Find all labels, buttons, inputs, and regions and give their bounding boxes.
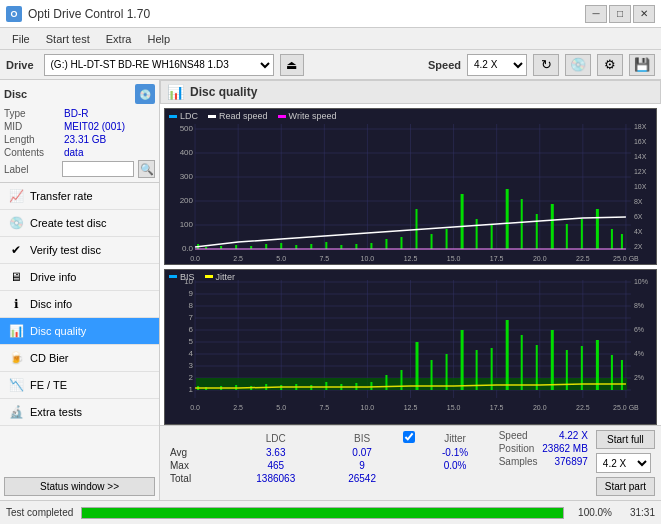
svg-rect-73 xyxy=(621,234,623,249)
svg-rect-136 xyxy=(385,375,387,390)
avg-row-label: Avg xyxy=(166,446,227,459)
svg-text:17.5: 17.5 xyxy=(490,404,504,411)
svg-text:8%: 8% xyxy=(634,302,644,309)
speed-select[interactable]: 4.2 X xyxy=(467,54,527,76)
svg-text:5: 5 xyxy=(189,337,194,346)
svg-text:7: 7 xyxy=(189,313,194,322)
nav-label-disc-quality: Disc quality xyxy=(30,325,86,337)
svg-rect-143 xyxy=(491,348,493,390)
svg-text:15.0: 15.0 xyxy=(447,255,461,262)
ldc-legend-label: LDC xyxy=(180,111,198,121)
svg-text:2.5: 2.5 xyxy=(233,404,243,411)
svg-text:12.5: 12.5 xyxy=(404,255,418,262)
cd-bier-icon: 🍺 xyxy=(8,350,24,366)
svg-text:300: 300 xyxy=(180,172,194,181)
disc-mid-label: MID xyxy=(4,121,62,132)
nav-label-verify-test-disc: Verify test disc xyxy=(30,244,101,256)
col-ldc-header: LDC xyxy=(227,430,325,446)
bis-legend-color xyxy=(169,275,177,278)
progress-percentage: 100.0% xyxy=(572,507,612,518)
menu-extra[interactable]: Extra xyxy=(98,31,140,47)
drive-select[interactable]: (G:) HL-DT-ST BD-RE WH16NS48 1.D3 xyxy=(44,54,274,76)
sidebar-item-disc-quality[interactable]: 📊 Disc quality xyxy=(0,318,159,345)
nav-label-drive-info: Drive info xyxy=(30,271,76,283)
disc-icon-button[interactable]: 💿 xyxy=(565,54,591,76)
write-speed-legend-label: Write speed xyxy=(289,111,337,121)
sidebar-item-cd-bier[interactable]: 🍺 CD Bier xyxy=(0,345,159,372)
svg-text:15.0: 15.0 xyxy=(447,404,461,411)
menu-bar: File Start test Extra Help xyxy=(0,28,661,50)
refresh-button[interactable]: ↻ xyxy=(533,54,559,76)
max-bis: 9 xyxy=(325,459,400,472)
col-jitter-header: Jitter xyxy=(419,430,490,446)
svg-text:10.0: 10.0 xyxy=(361,404,375,411)
sidebar-item-create-test-disc[interactable]: 💿 Create test disc xyxy=(0,210,159,237)
disc-label-search-button[interactable]: 🔍 xyxy=(138,160,155,178)
avg-jitter: -0.1% xyxy=(419,446,490,459)
status-window-button[interactable]: Status window >> xyxy=(4,477,155,496)
start-full-button[interactable]: Start full xyxy=(596,430,655,449)
svg-rect-56 xyxy=(370,243,372,249)
samples-value: 376897 xyxy=(554,456,587,467)
disc-length-value: 23.31 GB xyxy=(64,134,155,145)
svg-rect-144 xyxy=(506,320,509,390)
sidebar-item-disc-info[interactable]: ℹ Disc info xyxy=(0,291,159,318)
svg-rect-66 xyxy=(521,199,523,249)
settings-button[interactable]: ⚙ xyxy=(597,54,623,76)
create-test-disc-icon: 💿 xyxy=(8,215,24,231)
status-bar: Test completed 100.0% 31:31 xyxy=(0,500,661,524)
svg-text:25.0 GB: 25.0 GB xyxy=(613,255,639,262)
disc-type-label: Type xyxy=(4,108,62,119)
minimize-button[interactable]: ─ xyxy=(585,5,607,23)
menu-start-test[interactable]: Start test xyxy=(38,31,98,47)
disc-mid-value: MEIT02 (001) xyxy=(64,121,155,132)
maximize-button[interactable]: □ xyxy=(609,5,631,23)
svg-text:14X: 14X xyxy=(634,153,647,160)
position-label: Position xyxy=(499,443,535,454)
read-speed-legend-color xyxy=(208,115,216,118)
svg-rect-142 xyxy=(476,350,478,390)
svg-text:4X: 4X xyxy=(634,228,643,235)
sidebar-item-drive-info[interactable]: 🖥 Drive info xyxy=(0,264,159,291)
charts-area: LDC Read speed Write speed xyxy=(160,108,661,425)
svg-rect-53 xyxy=(325,242,327,249)
bis-legend-label: BIS xyxy=(180,272,195,282)
eject-button[interactable]: ⏏ xyxy=(280,54,304,76)
chart1-legend: LDC Read speed Write speed xyxy=(169,111,336,121)
total-row-label: Total xyxy=(166,472,227,485)
svg-text:22.5: 22.5 xyxy=(576,255,590,262)
start-part-button[interactable]: Start part xyxy=(596,477,655,496)
close-button[interactable]: ✕ xyxy=(633,5,655,23)
jitter-legend-label: Jitter xyxy=(216,272,236,282)
svg-text:2.5: 2.5 xyxy=(233,255,243,262)
sidebar-item-transfer-rate[interactable]: 📈 Transfer rate xyxy=(0,183,159,210)
sidebar-item-fe-te[interactable]: 📉 FE / TE xyxy=(0,372,159,399)
speed-dropdown[interactable]: 4.2 X xyxy=(596,453,651,473)
svg-rect-51 xyxy=(295,245,297,249)
menu-help[interactable]: Help xyxy=(139,31,178,47)
svg-rect-67 xyxy=(536,214,538,249)
svg-text:12X: 12X xyxy=(634,168,647,175)
svg-rect-71 xyxy=(596,209,599,249)
save-button[interactable]: 💾 xyxy=(629,54,655,76)
svg-rect-49 xyxy=(265,244,267,249)
disc-quality-panel-icon: 📊 xyxy=(167,84,184,100)
legend-write-speed: Write speed xyxy=(278,111,337,121)
svg-rect-63 xyxy=(476,219,478,249)
svg-text:1: 1 xyxy=(189,385,194,394)
svg-rect-146 xyxy=(536,345,538,390)
jitter-checkbox[interactable] xyxy=(403,431,415,443)
svg-rect-61 xyxy=(446,229,448,249)
speed-position-info: Speed 4.22 X Position 23862 MB Samples 3… xyxy=(499,430,588,496)
nav-label-transfer-rate: Transfer rate xyxy=(30,190,93,202)
svg-text:9: 9 xyxy=(189,289,194,298)
extra-tests-icon: 🔬 xyxy=(8,404,24,420)
col-bis-header: BIS xyxy=(325,430,400,446)
sidebar-item-verify-test-disc[interactable]: ✔ Verify test disc xyxy=(0,237,159,264)
sidebar-item-extra-tests[interactable]: 🔬 Extra tests xyxy=(0,399,159,426)
total-ldc: 1386063 xyxy=(227,472,325,485)
svg-rect-138 xyxy=(416,342,419,390)
disc-label-input[interactable] xyxy=(62,161,134,177)
svg-text:500: 500 xyxy=(180,124,194,133)
menu-file[interactable]: File xyxy=(4,31,38,47)
